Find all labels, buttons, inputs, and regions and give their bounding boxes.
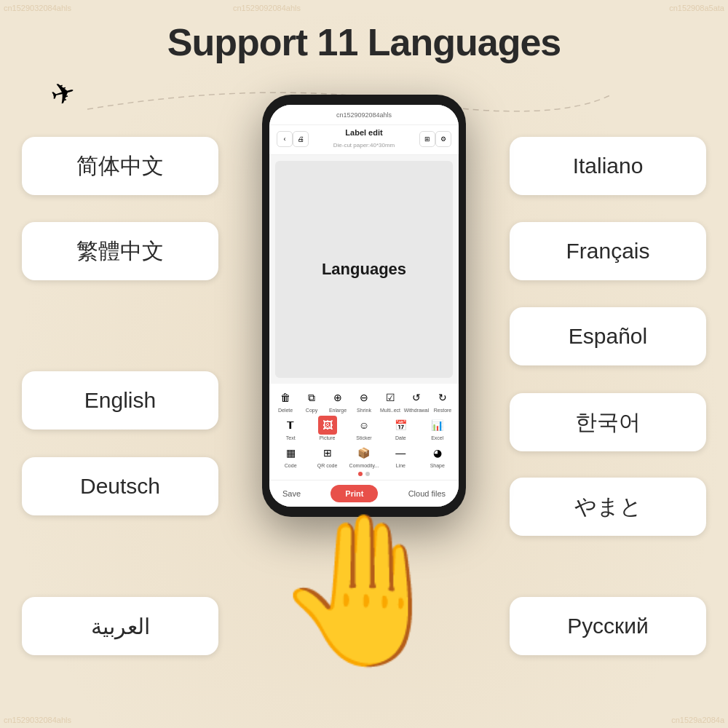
toolbar-restore[interactable]: ↻ Restore [430, 388, 456, 413]
restore-icon: ↻ [433, 388, 452, 407]
shape-icon: ◕ [428, 443, 447, 462]
language-pill-yamato[interactable]: やまと [510, 478, 706, 536]
language-pill-fantizi[interactable]: 繁體中文 [22, 222, 218, 280]
language-pill-italiano[interactable]: Italiano [510, 137, 706, 195]
withdrawal-label: Withdrawal [404, 408, 430, 413]
watermark-tc: cn1529092084ahls [233, 4, 301, 12]
language-pill-deutsch[interactable]: Deutsch [22, 457, 218, 515]
phone-header-title-area: Label edit Die-cut paper:40*30mm [309, 128, 419, 150]
page-title: Support 11 Languages [0, 20, 728, 64]
phone-header-subtitle: Die-cut paper:40*30mm [333, 142, 395, 149]
copy-icon: ⧉ [302, 388, 321, 407]
picture-icon: 🖼 [318, 416, 337, 435]
canvas-text: Languages [322, 260, 406, 279]
phone-screen: cn1529092084ahls ‹ 🖨 Label edit Die-cut … [269, 105, 459, 507]
date-label: Date [395, 435, 406, 440]
line-icon: — [391, 443, 410, 462]
phone-body: cn1529092084ahls ‹ 🖨 Label edit Die-cut … [262, 95, 466, 517]
excel-icon: 📊 [428, 416, 447, 435]
excel-label: Excel [431, 435, 443, 440]
save-button[interactable]: Save [277, 486, 306, 501]
watermark-br: cn1529a2084a [671, 716, 724, 724]
toolbar-sticker[interactable]: ☺ Sticker [350, 416, 378, 440]
delete-icon: 🗑 [276, 388, 295, 407]
back-button[interactable]: ‹ [277, 131, 293, 147]
toolbar-shrink[interactable]: ⊖ Shrink [351, 388, 377, 413]
airplane-icon: ✈ [47, 74, 80, 112]
text-icon: 𝗧 [281, 416, 300, 435]
phone-bottom-bar: Save Print Cloud files [269, 480, 459, 507]
watermark-bl: cn1529032084ahls [4, 716, 71, 724]
language-pill-arabic[interactable]: العربية [22, 597, 218, 655]
phone-canvas[interactable]: Languages [275, 161, 453, 378]
line-label: Line [396, 463, 405, 468]
toolbar-multiselect[interactable]: ☑ Multi..ect [377, 388, 403, 413]
toolbar-date[interactable]: 📅 Date [387, 416, 414, 440]
phone-toolbar: 🗑 Delete ⧉ Copy ⊕ Enlarge ⊖ Shrink [269, 384, 459, 480]
toolbar-row-1: 🗑 Delete ⧉ Copy ⊕ Enlarge ⊖ Shrink [269, 387, 459, 414]
toolbar-withdrawal[interactable]: ↺ Withdrawal [403, 388, 430, 413]
sticker-icon: ☺ [355, 416, 373, 435]
language-pill-english[interactable]: English [22, 371, 218, 430]
toolbar-row-2: 𝗧 Text 🖼 Picture ☺ Sticker 📅 Date [269, 414, 459, 442]
commodity-label: Commodity... [349, 463, 379, 468]
phone-app-header: ‹ 🖨 Label edit Die-cut paper:40*30mm ⊞ ⚙ [269, 125, 459, 155]
toolbar-picture[interactable]: 🖼 Picture [314, 416, 341, 440]
hand-holding-phone: 🤚 [273, 517, 455, 662]
toolbar-delete[interactable]: 🗑 Delete [272, 388, 298, 413]
language-pill-espanol[interactable]: Español [510, 307, 706, 365]
print-icon[interactable]: 🖨 [293, 131, 309, 147]
qrcode-icon: ⊞ [318, 443, 337, 462]
qrcode-label: QR code [317, 463, 338, 468]
sticker-label: Sticker [356, 435, 371, 440]
language-pill-russian[interactable]: Русский [510, 597, 706, 655]
toolbar-code[interactable]: ▦ Code [277, 443, 304, 468]
language-pill-korean[interactable]: 한국어 [510, 393, 706, 451]
toolbar-row-3: ▦ Code ⊞ QR code 📦 Commodity... — Line [269, 442, 459, 470]
toolbar-excel[interactable]: 📊 Excel [424, 416, 451, 440]
dot-2 [365, 472, 370, 476]
language-pill-francais[interactable]: Français [510, 222, 706, 280]
toolbar-page-dots [269, 470, 459, 478]
multiselect-label: Multi..ect [380, 408, 400, 413]
toolbar-text[interactable]: 𝗧 Text [277, 416, 304, 440]
picture-label: Picture [320, 435, 336, 440]
print-button[interactable]: Print [331, 485, 378, 502]
phone-status-bar: cn1529092084ahls [269, 105, 459, 125]
layers-icon[interactable]: ⊞ [419, 131, 435, 147]
toolbar-commodity[interactable]: 📦 Commodity... [350, 443, 378, 468]
toolbar-line[interactable]: — Line [387, 443, 414, 468]
code-icon: ▦ [281, 443, 300, 462]
dot-1 [358, 472, 363, 476]
settings-icon[interactable]: ⚙ [435, 131, 451, 147]
toolbar-qrcode[interactable]: ⊞ QR code [314, 443, 341, 468]
code-label: Code [285, 463, 297, 468]
shape-label: Shape [430, 463, 445, 468]
phone-header-main-title: Label edit [309, 128, 419, 137]
language-pill-jiantizi[interactable]: 简体中文 [22, 137, 218, 195]
copy-label: Copy [306, 408, 317, 413]
status-bar-text: cn1529092084ahls [336, 111, 392, 119]
phone-mockup: cn1529092084ahls ‹ 🖨 Label edit Die-cut … [255, 95, 473, 648]
watermark-tr: cn152908a5ata [669, 4, 724, 12]
toolbar-copy[interactable]: ⧉ Copy [298, 388, 325, 413]
toolbar-enlarge[interactable]: ⊕ Enlarge [325, 388, 351, 413]
commodity-icon: 📦 [355, 443, 373, 462]
watermark-tl: cn1529032084ahls [4, 4, 71, 12]
shrink-label: Shrink [357, 408, 371, 413]
toolbar-shape[interactable]: ◕ Shape [424, 443, 451, 468]
cloud-files-button[interactable]: Cloud files [403, 486, 451, 501]
delete-label: Delete [278, 408, 293, 413]
restore-label: Restore [434, 408, 452, 413]
date-icon: 📅 [391, 416, 410, 435]
text-label: Text [286, 435, 296, 440]
multiselect-icon: ☑ [381, 388, 400, 407]
enlarge-label: Enlarge [329, 408, 347, 413]
enlarge-icon: ⊕ [328, 388, 347, 407]
withdrawal-icon: ↺ [407, 388, 426, 407]
shrink-icon: ⊖ [355, 388, 373, 407]
